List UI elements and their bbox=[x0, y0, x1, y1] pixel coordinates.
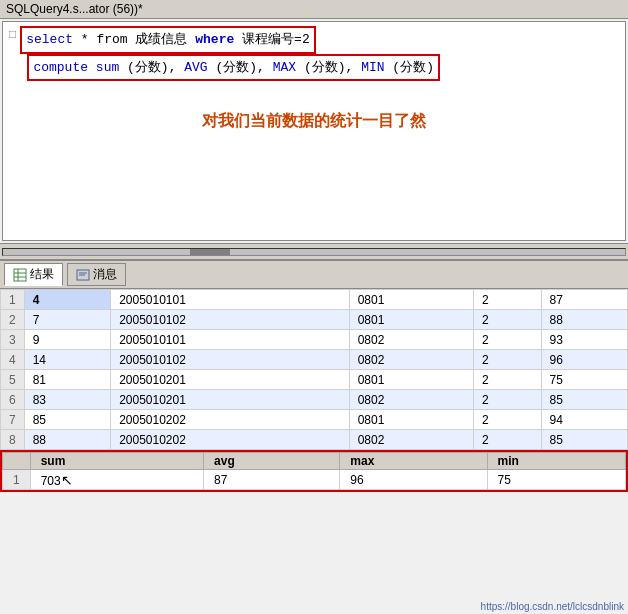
compute-min: 75 bbox=[487, 470, 625, 490]
sql-editor[interactable]: □ select * from 成绩信息 where 课程编号=2 comput… bbox=[2, 21, 626, 241]
sql-condition: 课程编号=2 bbox=[242, 32, 310, 47]
table-row: 58120050102010801275 bbox=[1, 370, 628, 390]
compute-table-wrapper: sum avg max min 1703↖879675 bbox=[0, 450, 628, 492]
fn-max: MAX bbox=[273, 60, 296, 75]
table-row: 3920050101010802293 bbox=[1, 330, 628, 350]
compute-header-rownum bbox=[3, 453, 31, 470]
table-row: 88820050102020802285 bbox=[1, 430, 628, 450]
results-table-wrapper: 1420050101010801287272005010102080128839… bbox=[0, 289, 628, 450]
tab-messages-label: 消息 bbox=[93, 266, 117, 283]
results-icon bbox=[13, 268, 27, 282]
sql-paren3: (分数), bbox=[304, 60, 353, 75]
table-row: 1420050101010801287 bbox=[1, 290, 628, 310]
compute-header-avg: avg bbox=[204, 453, 340, 470]
tab-messages[interactable]: 消息 bbox=[67, 263, 126, 286]
sql-paren1: (分数), bbox=[127, 60, 176, 75]
fn-sum: sum bbox=[96, 60, 119, 75]
watermark: https://blog.csdn.net/lclcsdnblink bbox=[481, 601, 624, 612]
title-text: SQLQuery4.s...ator (56))* bbox=[6, 2, 143, 16]
fn-min: MIN bbox=[361, 60, 384, 75]
sql-line-1: □ select * from 成绩信息 where 课程编号=2 bbox=[9, 26, 619, 54]
compute-header-row: sum avg max min bbox=[3, 453, 626, 470]
compute-header-max: max bbox=[340, 453, 487, 470]
keyword-compute: compute bbox=[33, 60, 88, 75]
fn-avg: AVG bbox=[184, 60, 207, 75]
title-bar: SQLQuery4.s...ator (56))* bbox=[0, 0, 628, 19]
sql-text-1: * from bbox=[81, 32, 136, 47]
tab-results[interactable]: 结果 bbox=[4, 263, 63, 286]
table-name: 成绩信息 bbox=[135, 32, 187, 47]
table-row: 41420050101020802296 bbox=[1, 350, 628, 370]
line-marker-2 bbox=[9, 54, 23, 72]
scroll-thumb[interactable] bbox=[190, 249, 230, 255]
horizontal-scrollbar[interactable] bbox=[0, 243, 628, 259]
compute-header-min: min bbox=[487, 453, 625, 470]
line-marker-1: □ bbox=[9, 26, 16, 44]
table-row: 68320050102010802285 bbox=[1, 390, 628, 410]
keyword-where: where bbox=[195, 32, 234, 47]
sql-paren2: (分数), bbox=[215, 60, 264, 75]
tab-results-label: 结果 bbox=[30, 266, 54, 283]
sql-paren4: (分数) bbox=[392, 60, 434, 75]
scroll-track[interactable] bbox=[2, 248, 626, 256]
compute-avg: 87 bbox=[204, 470, 340, 490]
compute-max: 96 bbox=[340, 470, 487, 490]
compute-header-sum: sum bbox=[30, 453, 203, 470]
results-tabs: 结果 消息 bbox=[0, 261, 628, 289]
sql-code-block: select * from 成绩信息 where 课程编号=2 bbox=[20, 26, 315, 54]
compute-data-row: 1703↖879675 bbox=[3, 470, 626, 490]
sql-line-2: compute sum (分数), AVG (分数), MAX (分数), MI… bbox=[9, 54, 619, 82]
annotation: 对我们当前数据的统计一目了然 bbox=[9, 81, 619, 162]
compute-table: sum avg max min 1703↖879675 bbox=[2, 452, 626, 490]
keyword-select: select bbox=[26, 32, 73, 47]
svg-rect-0 bbox=[14, 269, 26, 281]
results-table: 1420050101010801287272005010102080128839… bbox=[0, 289, 628, 450]
messages-icon bbox=[76, 268, 90, 282]
results-area: 结果 消息 1420050101010801287272005010102080… bbox=[0, 259, 628, 492]
sql-compute-block: compute sum (分数), AVG (分数), MAX (分数), MI… bbox=[27, 54, 440, 82]
compute-sum: 703↖ bbox=[30, 470, 203, 490]
table-row: 78520050102020801294 bbox=[1, 410, 628, 430]
cursor-icon: ↖ bbox=[61, 472, 73, 488]
table-row: 2720050101020801288 bbox=[1, 310, 628, 330]
